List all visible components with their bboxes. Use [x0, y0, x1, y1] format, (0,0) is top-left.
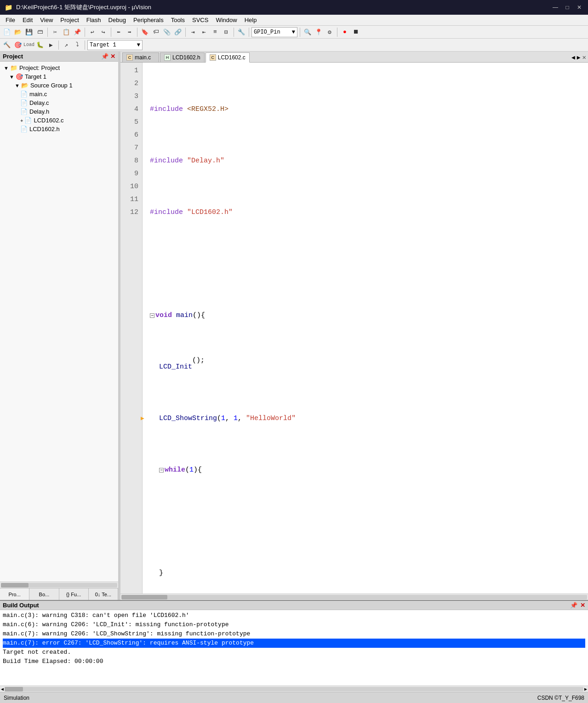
tab-main-c-label: main.c: [135, 54, 151, 61]
tb-cut[interactable]: ✂: [50, 27, 60, 37]
build-title: Build Output: [3, 602, 39, 609]
menu-debug[interactable]: Debug: [105, 16, 130, 24]
tab-lcd1602-c[interactable]: C LCD1602.c: [206, 52, 250, 63]
tb-pin[interactable]: 📍: [314, 27, 324, 37]
sep2: [85, 28, 85, 37]
tb-bookmark4[interactable]: 🔗: [173, 27, 183, 37]
build-line-5: Target not created.: [3, 648, 585, 657]
sep5: [185, 28, 186, 37]
build-header: Build Output 📌 ✕: [0, 601, 588, 610]
tab-lcd1602-h[interactable]: H LCD1602.h: [160, 52, 205, 62]
build-close-icon[interactable]: ✕: [580, 602, 585, 609]
sidebar-pin-icon[interactable]: 📌: [101, 53, 108, 60]
tb-load[interactable]: Load: [24, 40, 34, 50]
code-editor[interactable]: 1 2 3 4 5 6 7 8 9 10 11 12 #include <REG…: [120, 63, 588, 594]
tb-paste[interactable]: 📌: [72, 27, 82, 37]
menu-peripherals[interactable]: Peripherals: [130, 16, 167, 24]
tb-nav-fwd[interactable]: ➡: [125, 27, 135, 37]
tab-close-editor[interactable]: ✕: [582, 53, 586, 61]
tree-lcd1602-c[interactable]: + 📄 LCD1602.c: [0, 116, 118, 125]
code-str-3: "LCD1602.h": [187, 206, 233, 219]
maximize-button[interactable]: □: [563, 3, 571, 12]
tb-indent[interactable]: ⇥: [188, 27, 198, 37]
tb-outdent[interactable]: ⇤: [199, 27, 209, 37]
tb-align2[interactable]: ⊟: [221, 27, 231, 37]
tb-open[interactable]: 📂: [13, 27, 23, 37]
tb-gear[interactable]: ⚙: [325, 27, 335, 37]
tb-search[interactable]: 🔍: [303, 27, 313, 37]
scroll-track[interactable]: [121, 595, 587, 599]
scroll-right-arrow[interactable]: ▶: [584, 686, 587, 692]
tb-stop[interactable]: ⏹: [351, 27, 361, 37]
menu-flash[interactable]: Flash: [83, 16, 105, 24]
tab-arrow-right[interactable]: ▶: [577, 54, 581, 61]
menu-window[interactable]: Window: [212, 16, 240, 24]
tb-align[interactable]: ≡: [210, 27, 220, 37]
tb-redo[interactable]: ↪: [98, 27, 108, 37]
minimize-button[interactable]: —: [551, 3, 559, 12]
code-line-9: [150, 515, 588, 528]
title-bar: 📁 D:\KeilProject\6-1 矩阵键盘\Project.uvproj…: [0, 0, 588, 15]
line-num-7: 7: [124, 142, 138, 155]
close-button[interactable]: ✕: [575, 3, 583, 12]
code-line-8: −while(1){: [150, 464, 588, 477]
status-left: Simulation: [4, 695, 29, 701]
tab-main-c[interactable]: C main.c: [122, 52, 159, 62]
tb-nav-back[interactable]: ⬅: [114, 27, 124, 37]
tb-bookmark2[interactable]: 🏷: [151, 27, 161, 37]
sidebar-tab-project[interactable]: Pro...: [0, 588, 29, 600]
scroll-thumb[interactable]: [121, 595, 167, 599]
tb-bookmark3[interactable]: 📎: [162, 27, 172, 37]
tb-new[interactable]: 📄: [2, 27, 12, 37]
menu-tools[interactable]: Tools: [167, 16, 188, 24]
menu-help[interactable]: Help: [241, 16, 261, 24]
menu-svcs[interactable]: SVCS: [188, 16, 212, 24]
fold-8[interactable]: −: [159, 468, 164, 473]
tb-bookmark[interactable]: 🔖: [140, 27, 150, 37]
build-pin-icon[interactable]: 📌: [570, 602, 577, 609]
tb-record[interactable]: ●: [340, 27, 350, 37]
tb-undo[interactable]: ↩: [87, 27, 97, 37]
sidebar-tab-functions[interactable]: {} Fu...: [59, 588, 89, 600]
tb-step2[interactable]: ⤵: [72, 40, 82, 50]
tb-target[interactable]: 🎯: [13, 40, 23, 50]
menu-project[interactable]: Project: [57, 16, 82, 24]
tb-save[interactable]: 💾: [24, 27, 34, 37]
code-line-3: #include "LCD1602.h": [150, 206, 588, 219]
tab-lcd1602-c-icon: C: [210, 54, 216, 61]
build-text-5: Target not created.: [3, 649, 71, 656]
lcd1602-c-icon: 📄: [24, 117, 32, 124]
editor-scrollbar-h[interactable]: [120, 594, 588, 600]
tree-main-c[interactable]: 📄 main.c: [0, 90, 118, 98]
tree-delay-h[interactable]: 📄 Delay.h: [0, 107, 118, 116]
tree-delay-c[interactable]: 📄 Delay.c: [0, 98, 118, 107]
window-title: D:\KeilProject\6-1 矩阵键盘\Project.uvproj -…: [16, 3, 551, 12]
build-line-4-error[interactable]: main.c(7): error C267: 'LCD_ShowString':…: [3, 639, 585, 648]
sidebar-close-icon[interactable]: ✕: [110, 53, 115, 60]
tree-project[interactable]: ▼ 📁 Project: Project: [0, 63, 118, 72]
sidebar-tab-templates[interactable]: 0↓ Te...: [89, 588, 118, 600]
tree-lcd1602-h[interactable]: 📄 LCD1602.h: [0, 125, 118, 133]
tb-debug2[interactable]: 🐛: [35, 40, 45, 50]
scroll-left-arrow[interactable]: ◀: [1, 686, 4, 692]
sidebar-scrollbar[interactable]: [0, 582, 118, 588]
tab-arrow-left[interactable]: ◀: [571, 54, 575, 61]
target-dropdown[interactable]: Target 1 ▼: [87, 40, 143, 50]
tb-step[interactable]: ↗: [61, 40, 71, 50]
tb-copy[interactable]: 📋: [61, 27, 71, 37]
tree-source-group[interactable]: ▼ 📂 Source Group 1: [0, 81, 118, 90]
menu-edit[interactable]: Edit: [19, 16, 36, 24]
menu-view[interactable]: View: [36, 16, 57, 24]
tree-target1[interactable]: ▼ 🎯 Target 1: [0, 72, 118, 81]
build-scrollbar-h[interactable]: ◀ ▶: [0, 686, 588, 692]
sidebar-tab-books[interactable]: Bo...: [29, 588, 59, 600]
tb-save-all[interactable]: 🗃: [35, 27, 45, 37]
menu-file[interactable]: File: [2, 16, 19, 24]
gpio-dropdown[interactable]: GPIO_Pin ▼: [251, 27, 297, 37]
toolbar-2: 🔨 🎯 Load 🐛 ▶ ↗ ⤵ Target 1 ▼: [0, 39, 588, 52]
tb-build2[interactable]: 🔨: [2, 40, 12, 50]
tb-run[interactable]: ▶: [46, 40, 56, 50]
tb-disasm[interactable]: 🔧: [236, 27, 246, 37]
fold-5[interactable]: −: [150, 313, 154, 318]
code-content[interactable]: #include <REGX52.H> #include "Delay.h" #…: [143, 63, 588, 594]
